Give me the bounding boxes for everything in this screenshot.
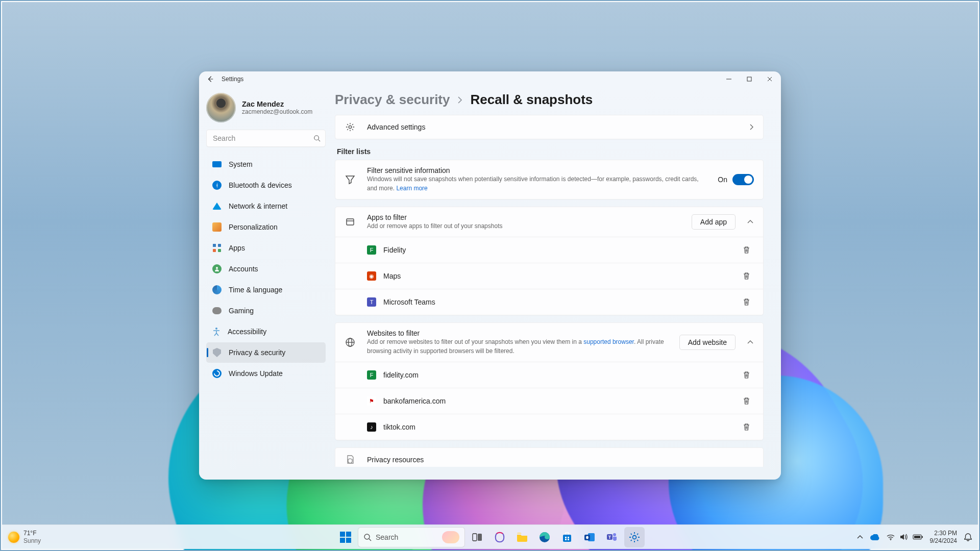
chevron-up-icon [747,219,754,224]
tray-time: 2:30 PM [930,530,957,537]
app-icon: ◉ [367,271,376,281]
taskbar-app-edge[interactable] [534,527,555,547]
apps-grid-icon [212,243,222,253]
minimize-button[interactable] [719,72,739,86]
main-content: Privacy & security Recall & snapshots Ad… [333,87,781,480]
tray-overflow-button[interactable] [857,535,863,539]
add-website-button[interactable]: Add website [679,335,736,350]
breadcrumb-parent[interactable]: Privacy & security [335,92,450,108]
search-highlight-icon [442,531,459,543]
profile-name: Zac Mendez [242,100,312,108]
page-title: Recall & snapshots [470,92,593,108]
tray-notifications[interactable] [964,533,972,541]
person-icon [212,264,222,273]
svg-rect-9 [473,534,477,541]
minimize-icon [726,77,731,82]
globe-icon [345,337,356,348]
add-app-button[interactable]: Add app [692,214,736,230]
maximize-button[interactable] [739,72,760,86]
sun-icon [8,532,19,543]
svg-rect-26 [922,536,923,538]
profile-email: zacmendez@outlook.com [242,108,312,115]
apps-to-filter-header[interactable]: Apps to filter Add or remove apps to fil… [335,207,763,237]
taskbar-search[interactable]: Search [358,527,465,547]
teams-icon: T [606,532,618,542]
svg-rect-16 [568,539,569,540]
sidebar-item-system[interactable]: System [206,154,326,174]
app-filter-item: ◉ Maps [335,263,763,289]
row-title: Privacy resources [367,456,754,464]
close-icon [767,77,772,82]
row-title: Apps to filter [367,213,680,221]
profile-block[interactable]: Zac Mendez zacmendez@outlook.com [206,93,326,122]
filter-sensitive-toggle[interactable] [732,174,754,185]
app-filter-item: T Microsoft Teams [335,289,763,315]
taskbar-app-teams[interactable]: T [602,527,622,547]
sidebar-item-update[interactable]: Windows Update [206,363,326,384]
sidebar-item-personalization[interactable]: Personalization [206,217,326,237]
search-input[interactable] [206,130,326,147]
delete-website-button[interactable] [739,367,754,383]
taskbar-app-outlook[interactable] [579,527,600,547]
delete-website-button[interactable] [739,393,754,409]
svg-point-19 [586,536,589,539]
row-title: Advanced settings [367,123,738,131]
copilot-icon [494,532,505,543]
bell-icon [964,533,972,541]
svg-point-24 [890,539,891,540]
learn-more-link[interactable]: Learn more [396,185,427,192]
close-button[interactable] [760,72,780,86]
shield-icon [212,348,222,357]
taskbar-search-placeholder: Search [376,533,398,541]
supported-browser-link[interactable]: supported browser [583,338,634,345]
taskbar-app-settings[interactable] [624,527,645,547]
settings-window: Settings Zac Mendez zacmendez@outlook.co… [199,71,781,480]
svg-rect-15 [565,539,567,540]
svg-point-1 [314,136,319,140]
delete-app-button[interactable] [739,268,754,284]
maximize-icon [747,77,752,82]
sidebar-item-label: System [229,160,253,168]
sidebar-item-gaming[interactable]: Gaming [206,300,326,321]
apps-to-filter-card: Apps to filter Add or remove apps to fil… [335,207,764,315]
taskbar-app-store[interactable] [557,527,577,547]
sidebar-item-bluetooth[interactable]: ᚼ Bluetooth & devices [206,175,326,195]
sidebar-item-accessibility[interactable]: Accessibility [206,321,326,342]
taskbar-center: Search T [335,527,645,547]
sidebar-item-privacy[interactable]: Privacy & security [206,342,326,363]
delete-app-button[interactable] [739,242,754,258]
taskbar-app-copilot[interactable] [489,527,510,547]
task-view-button[interactable] [467,527,487,547]
tray-clock[interactable]: 2:30 PM 9/24/2024 [930,530,957,544]
trash-icon [743,246,750,254]
sidebar-item-time[interactable]: Time & language [206,280,326,300]
back-button[interactable] [203,72,217,86]
taskbar-app-explorer[interactable] [512,527,532,547]
taskbar-weather[interactable]: 71°F Sunny [2,530,41,544]
delete-website-button[interactable] [739,419,754,435]
svg-rect-12 [563,535,571,542]
websites-to-filter-card: Websites to filter Add or remove website… [335,322,764,440]
svg-point-4 [349,126,351,128]
app-filter-item: F Fidelity [335,237,763,263]
start-button[interactable] [335,527,356,547]
advanced-settings-row[interactable]: Advanced settings [335,115,764,139]
privacy-resources-card[interactable]: Privacy resources [335,447,764,467]
sidebar-item-accounts[interactable]: Accounts [206,259,326,279]
search-icon [313,135,321,142]
funnel-icon [345,174,356,185]
tray-quick-settings[interactable] [887,534,923,540]
delete-app-button[interactable] [739,294,754,310]
row-title: Websites to filter [367,329,668,337]
svg-rect-0 [747,77,751,81]
search-icon [363,533,372,541]
app-filter-label: Maps [383,272,731,280]
app-icon: T [367,297,376,307]
websites-to-filter-header[interactable]: Websites to filter Add or remove website… [335,323,763,362]
sidebar-item-network[interactable]: Network & internet [206,196,326,216]
trash-icon [743,371,750,379]
taskbar: 71°F Sunny Search T [2,524,978,549]
sidebar-item-apps[interactable]: Apps [206,238,326,258]
sidebar-item-label: Gaming [229,307,254,315]
tray-onedrive[interactable] [870,534,879,540]
